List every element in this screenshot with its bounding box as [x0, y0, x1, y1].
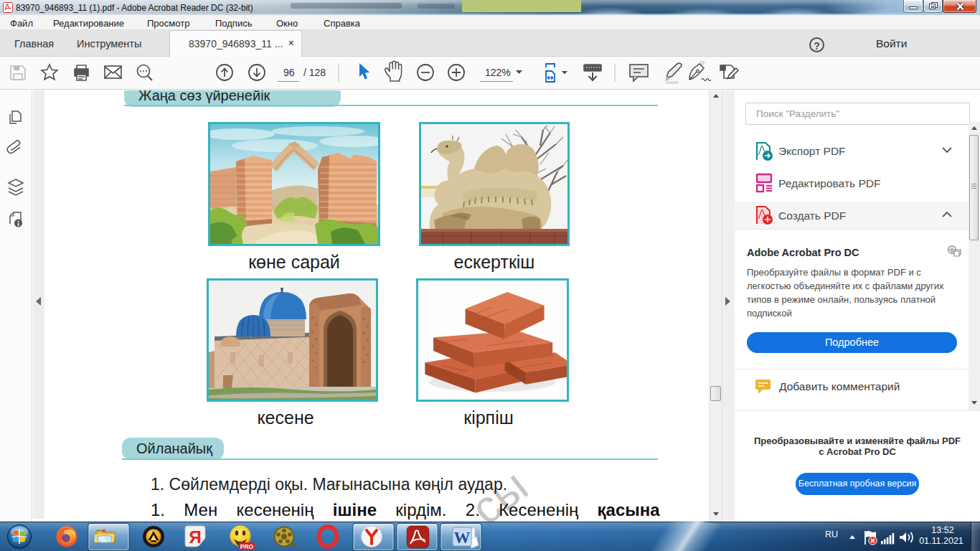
- svg-text:122%: 122%: [485, 67, 511, 78]
- svg-text:/ 128: / 128: [303, 67, 326, 78]
- svg-text:W: W: [454, 529, 471, 547]
- svg-text:96: 96: [283, 67, 295, 78]
- svg-text:PRO: PRO: [240, 543, 254, 550]
- svg-text:Я: Я: [189, 527, 201, 547]
